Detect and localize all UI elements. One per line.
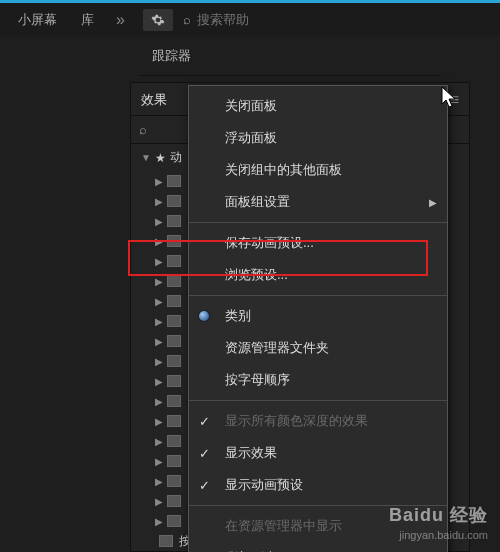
tab-small-screen[interactable]: 小屏幕 <box>8 7 67 33</box>
disclosure-triangle-icon[interactable]: ▼ <box>141 152 151 163</box>
star-icon: ★ <box>155 151 166 165</box>
effects-tab-label[interactable]: 效果 <box>141 91 167 109</box>
chevron-double-right-icon[interactable]: » <box>108 11 133 29</box>
menu-show-all-color-depth: ✓ 显示所有颜色深度的效果 <box>189 405 447 437</box>
menu-save-animation-preset[interactable]: 保存动画预设... <box>189 227 447 259</box>
tree-root-label: 动 <box>170 149 182 166</box>
check-icon: ✓ <box>199 478 210 493</box>
menu-close-other-panels[interactable]: 关闭组中的其他面板 <box>189 154 447 186</box>
tab-library[interactable]: 库 <box>71 7 104 33</box>
menu-separator <box>189 505 447 506</box>
check-icon: ✓ <box>199 446 210 461</box>
help-search-input[interactable] <box>197 12 277 27</box>
search-icon: ⌕ <box>139 122 147 137</box>
search-icon: ⌕ <box>183 12 191 27</box>
menu-close-panel[interactable]: 关闭面板 <box>189 90 447 122</box>
settings-icon[interactable] <box>143 9 173 31</box>
menu-show-animation-presets[interactable]: ✓ 显示动画预设 <box>189 469 447 501</box>
check-icon: ✓ <box>199 414 210 429</box>
preset-icon <box>159 535 173 547</box>
menu-separator <box>189 400 447 401</box>
menu-reveal-in-explorer: 在资源管理器中显示 <box>189 510 447 542</box>
app-topbar: 小屏幕 库 » ⌕ <box>0 0 500 36</box>
panel-context-menu: 关闭面板 浮动面板 关闭组中的其他面板 面板组设置 保存动画预设... 浏览预设… <box>188 85 448 552</box>
menu-separator <box>189 295 447 296</box>
menu-show-effects[interactable]: ✓ 显示效果 <box>189 437 447 469</box>
menu-browse-preset[interactable]: 浏览预设... <box>189 259 447 291</box>
tracker-label: 跟踪器 <box>152 47 191 65</box>
menu-float-panel[interactable]: 浮动面板 <box>189 122 447 154</box>
menu-alphabetical[interactable]: 按字母顺序 <box>189 364 447 396</box>
help-search[interactable]: ⌕ <box>183 12 277 27</box>
menu-categories[interactable]: 类别 <box>189 300 447 332</box>
menu-panel-group-settings[interactable]: 面板组设置 <box>189 186 447 218</box>
radio-dot-icon <box>199 311 209 321</box>
menu-separator <box>189 222 447 223</box>
menu-refresh-list[interactable]: 刷新列表 <box>189 542 447 552</box>
menu-explorer-folder[interactable]: 资源管理器文件夹 <box>189 332 447 364</box>
tracker-panel-tab[interactable]: 跟踪器 <box>140 36 440 76</box>
menu-icon[interactable]: ≡ <box>450 91 459 109</box>
